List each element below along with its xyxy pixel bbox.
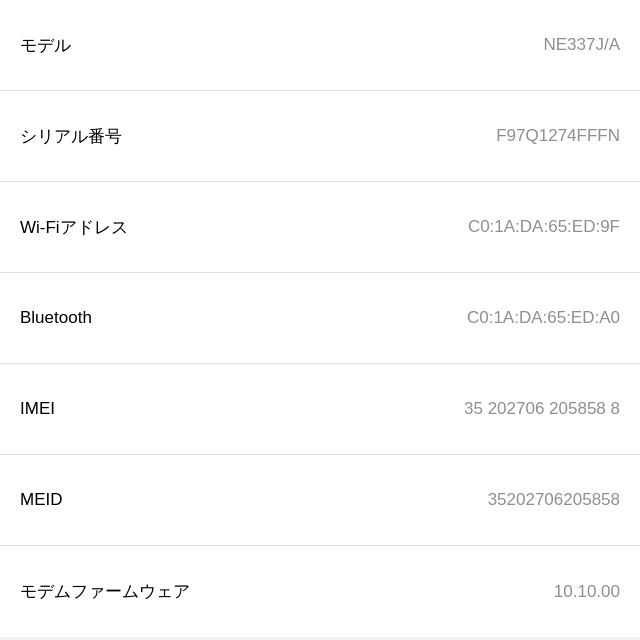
row-label: モデムファームウェア [20,580,190,603]
settings-row: MEID35202706205858 [0,455,640,546]
row-value: NE337J/A [543,35,620,55]
row-value: 35 202706 205858 8 [464,399,620,419]
row-label: シリアル番号 [20,125,122,148]
row-label: IMEI [20,399,55,419]
settings-list: モデルNE337J/Aシリアル番号F97Q1274FFFNWi-FiアドレスC0… [0,0,640,637]
row-label: モデル [20,34,71,57]
row-label: Bluetooth [20,308,92,328]
row-label: MEID [20,490,63,510]
settings-row: IMEI35 202706 205858 8 [0,364,640,455]
settings-row: Wi-FiアドレスC0:1A:DA:65:ED:9F [0,182,640,273]
settings-row: BluetoothC0:1A:DA:65:ED:A0 [0,273,640,364]
row-value: F97Q1274FFFN [496,126,620,146]
row-value: 10.10.00 [554,582,620,602]
settings-row: モデルNE337J/A [0,0,640,91]
row-label: Wi-Fiアドレス [20,216,128,239]
settings-row: シリアル番号F97Q1274FFFN [0,91,640,182]
row-value: C0:1A:DA:65:ED:A0 [467,308,620,328]
settings-row: モデムファームウェア10.10.00 [0,546,640,637]
row-value: C0:1A:DA:65:ED:9F [468,217,620,237]
row-value: 35202706205858 [488,490,620,510]
